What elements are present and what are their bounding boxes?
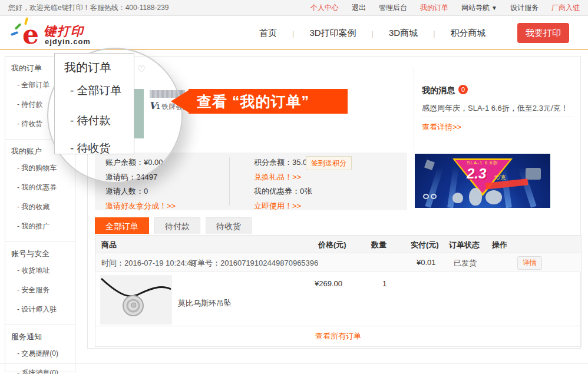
- figurine-graphic: [469, 188, 482, 206]
- sidebar-section-my-account: 我的账户 - 我的购物车 - 我的优惠券 - 我的收藏 - 我的推广: [5, 139, 75, 241]
- col-product: 商品: [101, 240, 117, 250]
- sidebar-item-cart[interactable]: - 我的购物车: [5, 158, 75, 178]
- logo-domain-text: ejdyin.com: [45, 37, 91, 46]
- magnifier-callout-box: 我的订单 - 全部订单 - 待付款 - 待收货: [54, 53, 134, 154]
- level-number: 1: [156, 104, 160, 110]
- invite-count: 邀请人数：0: [105, 184, 176, 199]
- col-paid: 实付(元): [411, 240, 439, 250]
- welcome-text: 您好，欢迎光临e键打印！客服热线：400-1188-239: [8, 3, 169, 13]
- sidebar-section-service-notice: 服务通知 - 交易提醒(0) - 系统消息(0) - 最新活动(0): [5, 325, 75, 374]
- sidebar-title-service-notice[interactable]: 服务通知: [5, 330, 75, 344]
- magnifier-item-pending-receipt[interactable]: - 待收货: [70, 141, 111, 156]
- messages-count-badge: 0: [458, 85, 468, 94]
- magnifier-item-all-orders[interactable]: - 全部订单: [70, 83, 122, 98]
- top-link-personal-center[interactable]: 个人中心: [310, 3, 339, 13]
- stats-left-column: 账户余额：¥0.00 邀请码：24497 邀请人数：0 邀请好友拿分成！>>: [105, 155, 176, 213]
- print-now-button[interactable]: 我要打印: [517, 23, 569, 43]
- top-links: 个人中心 退出 管理后台 我的订单 网站导航▼ 设计服务 厂商入驻: [310, 3, 580, 13]
- sidebar-item-security-service[interactable]: - 安全服务: [5, 280, 75, 300]
- nav-separator: |: [433, 29, 435, 38]
- sidebar-section-account-security: 账号与安全 - 收货地址 - 安全服务 - 设计师入驻: [5, 241, 75, 325]
- sidebar-item-designer-join[interactable]: - 设计师入驻: [5, 300, 75, 319]
- nav-3d-print-cases[interactable]: 3D打印案例: [309, 28, 356, 39]
- arrow-left-icon: [171, 90, 190, 113]
- magnifier-title: 我的订单: [64, 59, 111, 75]
- top-link-admin[interactable]: 管理后台: [379, 3, 407, 13]
- view-details-link[interactable]: 查看详情>>: [422, 122, 461, 133]
- top-link-my-orders[interactable]: 我的订单: [420, 3, 448, 13]
- top-link-vendor-join[interactable]: 厂商入驻: [551, 3, 580, 13]
- col-price: 价格(元): [318, 240, 346, 250]
- device-graphic: [526, 168, 541, 180]
- col-action: 操作: [492, 240, 507, 250]
- top-bar: 您好，欢迎光临e键打印！客服热线：400-1188-239 个人中心 退出 管理…: [0, 0, 588, 16]
- table-header: 商品 价格(元) 数量 实付(元) 订单状态 操作: [95, 236, 581, 253]
- divider: [422, 117, 574, 117]
- product-name[interactable]: 莫比乌斯环吊坠: [178, 298, 232, 309]
- coupon-count: 我的优惠券：0张: [254, 184, 312, 199]
- nav-separator: |: [372, 29, 374, 38]
- messages-promo-text: 感恩周年庆，SLA-1 6.6折，低至2.3元/克！: [422, 103, 569, 114]
- order-tabs: 全部订单 待付款 待收货: [95, 217, 252, 234]
- promo-banner[interactable]: SLA-1 6.6折 2.3 元/克: [415, 154, 550, 208]
- sidebar-item-system-messages[interactable]: - 系统消息(0): [5, 363, 75, 374]
- divider: [229, 157, 230, 206]
- heart-icon: ♡: [137, 64, 146, 75]
- logo-e-mark: e: [22, 19, 39, 49]
- exchange-gifts-link[interactable]: 兑换礼品！>>: [254, 170, 312, 185]
- banner-price: 2.3: [467, 166, 486, 182]
- header: e 键打印 ejdyin.com 首页 | 3D打印案例 | 3D商城 | 积分…: [0, 16, 588, 50]
- invite-friends-link[interactable]: 邀请好友拿分成！>>: [105, 199, 176, 214]
- stats-right-column: 积分余额：35.0 兑换礼品！>> 我的优惠券：0张 立即使用！>>: [254, 155, 312, 213]
- top-link-logout[interactable]: 退出: [352, 3, 366, 13]
- signin-points-button[interactable]: 签到送积分: [306, 156, 352, 170]
- order-detail-button[interactable]: 详情: [517, 256, 542, 270]
- use-now-link[interactable]: 立即使用！>>: [254, 199, 312, 214]
- order-number: 订单号：20160719102449870965396: [190, 258, 318, 269]
- tab-all-orders[interactable]: 全部订单: [95, 217, 149, 234]
- sidebar-title-account-security[interactable]: 账号与安全: [5, 247, 75, 261]
- nav-points-mall[interactable]: 积分商城: [451, 28, 486, 39]
- messages-title: 我的消息0: [422, 85, 468, 96]
- order-item-row: 莫比乌斯环吊坠 ¥269.00 1: [95, 272, 581, 326]
- figurine-graphic: [485, 190, 502, 204]
- sidebar-item-trade-alerts[interactable]: - 交易提醒(0): [5, 344, 75, 363]
- points-balance: 积分余额：35.0: [254, 155, 312, 170]
- tab-pending-receipt[interactable]: 待收货: [206, 217, 252, 234]
- invite-code: 邀请码：24497: [105, 170, 176, 185]
- sidebar-item-address[interactable]: - 收货地址: [5, 261, 75, 280]
- logo-dash-icon: [11, 31, 19, 36]
- order-table: 商品 价格(元) 数量 实付(元) 订单状态 操作 时间：2016-07-19 …: [95, 235, 582, 347]
- level-v: V: [149, 100, 156, 111]
- sidebar-item-coupons[interactable]: - 我的优惠券: [5, 178, 75, 197]
- main-nav: 首页 | 3D打印案例 | 3D商城 | 积分商城: [259, 16, 486, 50]
- banner-unit: 元/克: [494, 174, 506, 181]
- tab-pending-payment[interactable]: 待付款: [154, 217, 200, 234]
- light-beam: [425, 167, 443, 208]
- account-stats: 账户余额：¥0.00 邀请码：24497 邀请人数：0 邀请好友拿分成！>> 积…: [95, 153, 407, 210]
- sidebar-item-favorites[interactable]: - 我的收藏: [5, 197, 75, 217]
- chevron-down-icon: ▼: [491, 5, 497, 11]
- glasses-graphic: [423, 194, 438, 200]
- product-price: ¥269.00: [315, 279, 342, 288]
- divider: [0, 363, 588, 364]
- col-quantity: 数量: [371, 240, 387, 250]
- balance-value: 账户余额：¥0.00: [105, 155, 176, 170]
- page: 您好，欢迎光临e键打印！客服热线：400-1188-239 个人中心 退出 管理…: [0, 0, 588, 374]
- nav-separator: |: [292, 29, 294, 38]
- product-quantity: 1: [382, 279, 387, 288]
- col-status: 订单状态: [449, 240, 480, 250]
- figurine-graphic: [452, 193, 463, 203]
- order-paid-amount: ¥0.01: [417, 258, 436, 267]
- sidebar-item-promotion[interactable]: - 我的推广: [5, 217, 75, 236]
- product-image[interactable]: [100, 275, 172, 325]
- top-link-design-service[interactable]: 设计服务: [510, 3, 539, 13]
- site-logo[interactable]: e 键打印 ejdyin.com: [9, 18, 121, 49]
- view-all-orders-link[interactable]: 查看所有订单: [95, 326, 581, 346]
- callout-label: 查看 “我的订单”: [189, 89, 348, 114]
- nav-home[interactable]: 首页: [259, 28, 277, 39]
- magnifier-item-pending-payment[interactable]: - 待付款: [70, 113, 111, 128]
- order-time: 时间：2016-07-19 10:24:49: [101, 258, 196, 269]
- top-link-site-nav[interactable]: 网站导航▼: [461, 3, 497, 13]
- nav-3d-mall[interactable]: 3D商城: [389, 28, 418, 39]
